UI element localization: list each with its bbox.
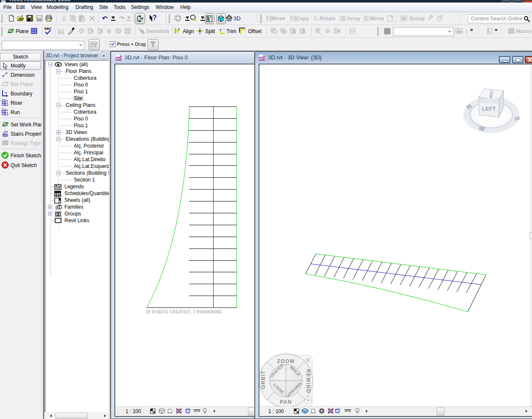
svg-text:REWIND: REWIND [305,369,311,394]
svg-text:RVT: RVT [259,57,265,60]
svg-text:RVT: RVT [116,57,122,60]
svg-text:PAN: PAN [280,399,292,405]
svg-text:S: S [513,116,521,121]
svg-text:ZOOM: ZOOM [277,358,295,364]
svg-text:LEFT: LEFT [482,106,496,112]
svg-text:ORBIT: ORBIT [260,370,266,389]
